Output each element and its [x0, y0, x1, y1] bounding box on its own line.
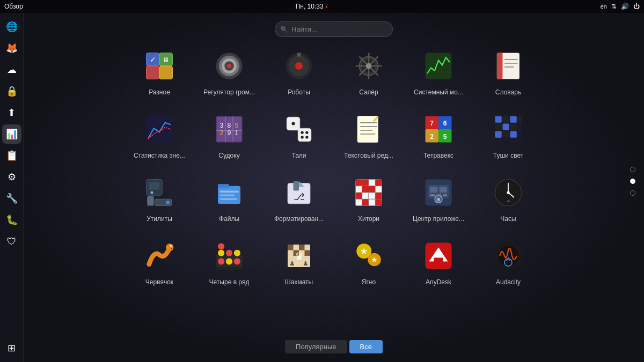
apps-grid: ✓ 🖥 Разное Регулятор гром... Роботы Сапё… — [114, 42, 554, 290]
sidebar-icon-notes[interactable]: 📋 — [2, 146, 21, 165]
app-icon-jagno: ★ ★ — [349, 237, 388, 275]
svg-rect-68 — [510, 124, 517, 130]
lang-indicator[interactable]: en — [601, 3, 607, 10]
volume-icon[interactable]: 🔊 — [621, 3, 629, 10]
app-item-worm[interactable]: Червячок — [125, 232, 194, 290]
svg-rect-63 — [503, 116, 509, 123]
topbar-overview-label[interactable]: Обзор — [4, 3, 23, 10]
svg-rect-108 — [430, 187, 437, 193]
sidebar-icon-settings[interactable]: 🔧 — [2, 189, 21, 208]
svg-rect-2 — [147, 66, 160, 79]
pagination-dot-1[interactable] — [630, 167, 635, 172]
svg-rect-82 — [220, 198, 237, 201]
app-icon-dict — [489, 47, 528, 85]
search-input[interactable] — [275, 21, 393, 37]
sidebar-icon-grid[interactable]: ⊞ — [2, 338, 21, 358]
svg-text:5: 5 — [443, 133, 447, 141]
app-item-sysmon[interactable]: Системный мо... — [404, 42, 473, 100]
app-label-tali: Тали — [291, 152, 306, 159]
app-item-tali[interactable]: Тали — [264, 106, 334, 164]
app-item-hitori[interactable]: Хитори — [334, 169, 404, 227]
sidebar-icon-shield[interactable]: 🛡 — [2, 232, 21, 251]
svg-point-45 — [301, 136, 304, 138]
app-icon-minesweeper — [349, 47, 388, 85]
app-item-fourinarow[interactable]: Четыре в ряд — [194, 232, 264, 290]
svg-point-44 — [305, 131, 308, 134]
app-label-stats: Статистика эне... — [134, 152, 185, 159]
app-item-utils[interactable]: Утилиты — [125, 169, 194, 227]
svg-point-129 — [234, 250, 240, 256]
app-icon-volume — [210, 47, 248, 85]
svg-point-127 — [218, 250, 224, 256]
svg-rect-93 — [362, 186, 369, 193]
app-item-minesweeper[interactable]: Сапёр — [334, 42, 404, 100]
sidebar-icon-terminal[interactable]: ⚙ — [2, 167, 21, 187]
sidebar-icon-spreadsheet[interactable]: 📊 — [2, 124, 21, 144]
app-item-anydesk[interactable]: AnyDesk — [404, 232, 473, 290]
app-item-volume[interactable]: Регулятор гром... — [194, 42, 264, 100]
svg-text:8: 8 — [228, 122, 231, 129]
app-icon-tali — [280, 110, 318, 149]
app-item-texteditor[interactable]: Текстовый ред... — [334, 106, 404, 164]
svg-rect-66 — [495, 124, 502, 130]
app-icon-audacity — [489, 237, 528, 275]
app-item-lightsout[interactable]: Туши свет — [473, 106, 543, 164]
svg-rect-89 — [362, 180, 369, 186]
app-item-format[interactable]: ⎇ Форматирован... — [264, 169, 334, 227]
svg-text:⊞: ⊞ — [436, 197, 441, 202]
app-item-center[interactable]: ⊞ Центр приложе... — [404, 169, 473, 227]
svg-rect-22 — [426, 53, 452, 79]
tab-all[interactable]: Все — [349, 340, 383, 353]
app-label-audacity: Audacity — [496, 278, 521, 286]
svg-rect-94 — [369, 186, 375, 193]
app-item-clock[interactable]: ⊙ Часы — [473, 169, 543, 227]
app-icon-texteditor — [349, 110, 388, 149]
svg-text:♟: ♟ — [289, 260, 295, 267]
svg-text:5: 5 — [235, 122, 239, 129]
svg-text:★: ★ — [371, 255, 378, 264]
app-item-chess[interactable]: ♛ ♟ ♟ Шахматы — [264, 232, 334, 290]
sidebar-icon-firefox[interactable]: 🦊 — [2, 39, 21, 58]
app-item-misc[interactable]: ✓ 🖥 Разное — [125, 42, 194, 100]
svg-point-121 — [171, 246, 172, 247]
sidebar-icon-upload[interactable]: ⬆ — [2, 103, 21, 122]
app-label-robots: Роботы — [288, 88, 310, 96]
app-item-files[interactable]: Файлы — [194, 169, 264, 227]
tab-popular[interactable]: Популярные — [285, 340, 347, 353]
svg-point-41 — [291, 122, 295, 125]
sidebar-icon-globe[interactable]: 🌐 — [2, 17, 21, 36]
app-label-texteditor: Текстовый ред... — [344, 152, 393, 159]
app-label-dict: Словарь — [495, 88, 521, 96]
sidebar-icon-cloud[interactable]: ☁ — [2, 60, 21, 79]
app-label-utils: Утилиты — [147, 215, 172, 223]
sidebar-icon-lock[interactable]: 🔒 — [2, 82, 21, 101]
app-item-audacity[interactable]: Audacity — [473, 232, 543, 290]
sidebar-icon-bug[interactable]: 🐛 — [2, 210, 21, 230]
power-icon[interactable]: ⏻ — [633, 3, 640, 10]
app-item-tetravex[interactable]: 7 6 2 5 Тетравекс — [404, 106, 473, 164]
svg-point-13 — [295, 62, 303, 70]
app-icon-utils — [140, 173, 179, 212]
network-icon[interactable]: ⇅ — [611, 3, 617, 10]
pagination-dot-2[interactable] — [630, 179, 635, 184]
svg-rect-64 — [510, 116, 517, 123]
svg-text:3: 3 — [220, 122, 224, 129]
app-label-lightsout: Туши свет — [493, 152, 523, 159]
svg-text:🖥: 🖥 — [163, 56, 169, 64]
svg-rect-71 — [510, 131, 517, 138]
app-item-sudoku[interactable]: 3 8 5 2 9 1 Судоку — [194, 106, 264, 164]
app-icon-center: ⊞ — [419, 173, 458, 212]
svg-point-130 — [218, 243, 224, 249]
app-item-jagno[interactable]: ★ ★ Ягно — [334, 232, 404, 290]
app-item-stats[interactable]: Статистика эне... — [125, 106, 194, 164]
app-item-dict[interactable]: Словарь — [473, 42, 543, 100]
app-icon-lightsout — [489, 110, 528, 149]
svg-rect-136 — [305, 250, 311, 256]
pagination-dot-3[interactable] — [630, 190, 635, 196]
svg-rect-134 — [299, 245, 305, 250]
app-item-robots[interactable]: Роботы — [264, 42, 334, 100]
main-content: 🔍 ✓ 🖥 Разное Регулятор гром... Роботы Са… — [24, 13, 644, 362]
app-label-fourinarow: Четыре в ряд — [209, 278, 250, 286]
svg-point-43 — [301, 131, 304, 134]
svg-text:✓: ✓ — [150, 55, 156, 64]
